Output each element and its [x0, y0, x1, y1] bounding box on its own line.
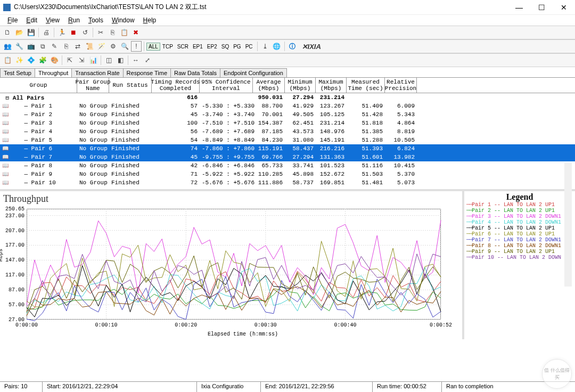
help-icon[interactable]: ⓘ	[287, 41, 298, 52]
stop-icon[interactable]: ⏹	[68, 27, 79, 38]
filter-all[interactable]: ALL	[146, 43, 160, 51]
col-8[interactable]: Measured Time (sec)	[347, 78, 385, 93]
tool-k-icon[interactable]: ↔	[130, 55, 141, 66]
group-icon[interactable]: ⧉	[37, 41, 48, 52]
filter-ep1[interactable]: EP1	[191, 43, 205, 51]
status-end: End: 2016/12/21, 22:29:56	[261, 382, 373, 392]
col-7[interactable]: Maximum (Mbps)	[316, 78, 347, 93]
tool-b-icon[interactable]: ✨	[14, 55, 24, 66]
replicate-icon[interactable]: ⎘	[61, 41, 71, 52]
table-row[interactable]: — Pair 7No GroupFinished45-9.755 : +9.75…	[0, 153, 575, 161]
cut-icon[interactable]: ✂	[95, 27, 106, 38]
maximize-button[interactable]: ☐	[530, 0, 553, 15]
save-icon[interactable]: 💾	[26, 27, 36, 38]
filter-ep2[interactable]: EP2	[205, 43, 219, 51]
close-button[interactable]: ✕	[553, 0, 575, 15]
col-3[interactable]: Timing Records Completed	[152, 78, 200, 93]
table-row[interactable]: — Pair 1No GroupFinished57-5.330 : +5.33…	[0, 102, 575, 110]
tool-h-icon[interactable]: 📊	[88, 55, 98, 66]
tool-j-icon[interactable]: ◧	[115, 55, 126, 66]
tool-d-icon[interactable]: 🧩	[37, 55, 48, 66]
col-2[interactable]: Run Status	[109, 78, 152, 93]
new-icon[interactable]: 🗋	[2, 27, 13, 38]
minimize-button[interactable]: —	[508, 0, 530, 15]
col-5[interactable]: Average (Mbps)	[253, 78, 285, 93]
menu-edit[interactable]: Edit	[22, 15, 42, 25]
export-icon[interactable]: ⤓	[260, 41, 270, 52]
tab-endpoint-configuration[interactable]: Endpoint Configuration	[220, 68, 287, 77]
tab-response-time[interactable]: Response Time	[123, 68, 171, 77]
tool-e-icon[interactable]: 🎨	[49, 55, 60, 66]
table-row[interactable]: — Pair 10No GroupFinished72-5.676 : +5.6…	[0, 178, 575, 187]
table-row[interactable]: — Pair 3No GroupFinished100-7.510 : +7.5…	[0, 119, 575, 127]
menu-tools[interactable]: Tools	[84, 15, 108, 25]
tool-a-icon[interactable]: 📋	[2, 55, 13, 66]
print-icon[interactable]: 🖨	[41, 27, 52, 38]
x-tick: 0:00:00	[15, 322, 38, 328]
chart-legend: Legend ──Pair 1 -- LAN TO LAN 2 UP1──Pai…	[462, 191, 575, 339]
swap-icon[interactable]: ⇄	[72, 41, 83, 52]
open-icon[interactable]: 📂	[14, 27, 24, 38]
ep-icon[interactable]: 📺	[26, 41, 36, 52]
col-9[interactable]: Relative Precision	[385, 78, 417, 93]
col-1[interactable]: Pair Group Name	[77, 78, 109, 93]
table-row[interactable]: — Pair 2No GroupFinished45-3.740 : +3.74…	[0, 110, 575, 119]
filter-pc[interactable]: PC	[243, 43, 255, 51]
table-row[interactable]: — Pair 4No GroupFinished56-7.689 : +7.68…	[0, 127, 575, 136]
y-tick: 177.00	[3, 242, 24, 248]
poll-icon[interactable]: ↺	[80, 27, 91, 38]
app-icon	[3, 4, 11, 11]
col-4[interactable]: 95% Confidence Interval	[200, 78, 253, 93]
hw-icon[interactable]: 🔧	[14, 41, 24, 52]
copy-icon[interactable]: ⎘	[107, 27, 118, 38]
tab-strip: Test SetupThroughputTransaction RateResp…	[0, 67, 575, 78]
col-6[interactable]: Minimum (Mbps)	[285, 78, 316, 93]
web-icon[interactable]: 🌐	[272, 41, 282, 52]
paste-icon[interactable]: 📋	[119, 27, 129, 38]
tab-transaction-rate[interactable]: Transaction Rate	[71, 68, 123, 77]
run-icon[interactable]: 🏃	[56, 27, 67, 38]
legend-item: ──Pair 9 -- LAN TO LAN 2 UP1	[466, 249, 573, 255]
grid-vscrollbar[interactable]	[564, 163, 572, 287]
tool-i-icon[interactable]: ◫	[103, 55, 114, 66]
wizard-icon[interactable]: 🪄	[96, 41, 106, 52]
tab-test-setup[interactable]: Test Setup	[0, 68, 35, 77]
script-icon[interactable]: 📜	[84, 41, 95, 52]
x-tick: 0:00:30	[254, 322, 277, 328]
table-row[interactable]: — Pair 8No GroupFinished42-6.846 : +6.84…	[0, 161, 575, 170]
tab-raw-data-totals[interactable]: Raw Data Totals	[170, 68, 220, 77]
titlebar: C:\Users\X230\Documents\IxChariot\TESTS\…	[0, 0, 575, 15]
table-row[interactable]: — Pair 6No GroupFinished74-7.860 : +7.86…	[0, 144, 575, 153]
tool-l-icon[interactable]: ⤢	[142, 55, 153, 66]
menu-file[interactable]: File	[3, 15, 22, 25]
legend-item: ──Pair 7 -- LAN TO LAN 2 DOWN1	[466, 237, 573, 243]
mark-icon[interactable]: !	[131, 41, 142, 52]
filter-pg[interactable]: PG	[231, 43, 243, 51]
filter-tcp[interactable]: TCP	[160, 43, 175, 51]
tool-g-icon[interactable]: ⇲	[76, 55, 87, 66]
menu-view[interactable]: View	[42, 15, 64, 25]
tool-c-icon[interactable]: 💠	[26, 55, 36, 66]
options-icon[interactable]: ⚙	[108, 41, 118, 52]
table-row[interactable]: — Pair 5No GroupFinished54-8.849 : +8.84…	[0, 136, 575, 144]
delete-icon[interactable]: ✖	[130, 27, 141, 38]
summary-row[interactable]: ⊟ All Pairs616950.03127.294231.214	[0, 93, 575, 102]
legend-item: ──Pair 1 -- LAN TO LAN 2 UP1	[466, 202, 573, 208]
status-pairs: Pairs: 10	[0, 382, 43, 392]
filter-scr[interactable]: SCR	[175, 43, 191, 51]
menu-window[interactable]: Window	[108, 15, 139, 25]
tool-f-icon[interactable]: ⇱	[64, 55, 75, 66]
tab-throughput[interactable]: Throughput	[35, 68, 72, 77]
find-icon[interactable]: 🔍	[119, 41, 130, 52]
menu-run[interactable]: Run	[64, 15, 84, 25]
y-tick: 87.00	[3, 287, 24, 293]
pair-icon[interactable]: 👥	[2, 41, 13, 52]
col-0[interactable]: Group	[0, 78, 77, 93]
filter-sq[interactable]: SQ	[219, 43, 231, 51]
edit-icon[interactable]: ✎	[49, 41, 60, 52]
table-row[interactable]: — Pair 9No GroupFinished71-5.922 : +5.92…	[0, 170, 575, 178]
ixia-logo: ✕IXIA	[302, 43, 321, 51]
x-axis-label: Elapsed time (h:mm:ss)	[27, 331, 459, 337]
x-tick: 0:00:40	[334, 322, 356, 328]
menu-help[interactable]: Help	[139, 15, 161, 25]
